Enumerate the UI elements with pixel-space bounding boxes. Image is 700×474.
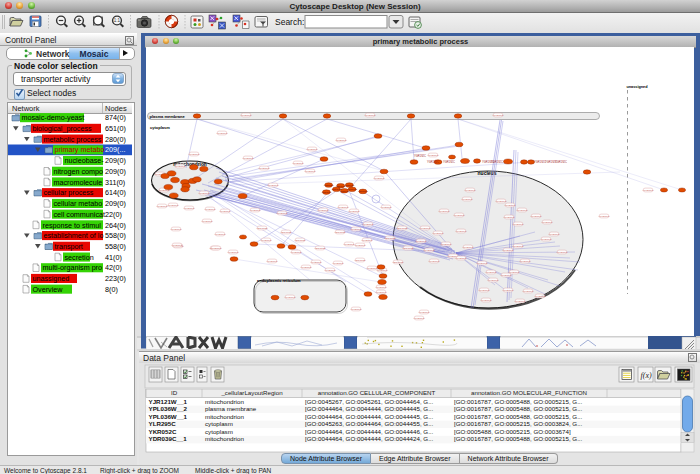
svg-text:YPL036W__1: YPL036W__1: [149, 413, 188, 420]
svg-text:cellular metabo: cellular metabo: [54, 199, 103, 208]
svg-text:YKL217W: YKL217W: [354, 244, 366, 247]
svg-text:YKL217W: YKL217W: [492, 114, 504, 117]
svg-text:YKL217W: YKL217W: [362, 223, 374, 226]
svg-text:YGR192C: YGR192C: [358, 190, 368, 192]
svg-text:YGR192C: YGR192C: [555, 160, 567, 164]
svg-text:YKL217W: YKL217W: [540, 238, 552, 241]
svg-text:Overview: Overview: [33, 285, 64, 294]
svg-text:YGR192C: YGR192C: [324, 184, 334, 186]
svg-text:YKL217W: YKL217W: [337, 206, 349, 209]
svg-text:YLR295C: YLR295C: [149, 420, 177, 427]
svg-text:YKL217W: YKL217W: [290, 251, 302, 254]
svg-text:YKL217W: YKL217W: [522, 290, 534, 293]
svg-text:YKL217W: YKL217W: [478, 289, 490, 292]
svg-text:response to stimul: response to stimul: [43, 221, 102, 230]
svg-text:YKL217W: YKL217W: [332, 262, 344, 265]
svg-text:YKL217W: YKL217W: [598, 215, 610, 218]
svg-text:YKL217W: YKL217W: [503, 216, 515, 219]
svg-text:YKL217W: YKL217W: [480, 299, 492, 302]
svg-text:558(0): 558(0): [105, 242, 126, 251]
svg-text:YKL217W: YKL217W: [514, 300, 526, 303]
svg-text:plasma membrane: plasma membrane: [150, 114, 186, 119]
svg-text:614(0): 614(0): [105, 188, 126, 197]
svg-text:[GO:0044464, GO:0044444, GO:00: [GO:0044464, GO:0044444, GO:0044424, G..…: [305, 435, 434, 442]
svg-text:YDR178C: YDR178C: [294, 239, 305, 242]
svg-text:YKL217W: YKL217W: [317, 209, 329, 212]
svg-text:YKL217W: YKL217W: [249, 209, 261, 212]
svg-text:endoplasmic reticulum: endoplasmic reticulum: [257, 278, 301, 283]
svg-text:YKL217W: YKL217W: [284, 296, 296, 299]
svg-text:YKL217W: YKL217W: [375, 286, 387, 289]
svg-text:YKL217W: YKL217W: [432, 232, 444, 235]
svg-text:YKL217W: YKL217W: [423, 249, 435, 252]
svg-text:YKL217W: YKL217W: [380, 206, 392, 209]
svg-text:YPL036W__2: YPL036W__2: [149, 405, 188, 412]
svg-text:YKL217W: YKL217W: [461, 198, 473, 201]
svg-text:YKL217W: YKL217W: [375, 291, 387, 294]
svg-text:nitrogen compo: nitrogen compo: [54, 167, 104, 176]
svg-text:[GO:0045263, GO:0044464, GO:00: [GO:0045263, GO:0044464, GO:0044455, G..…: [305, 420, 434, 427]
svg-text:YKL217W: YKL217W: [548, 233, 560, 236]
svg-text:YKL217W: YKL217W: [227, 251, 239, 254]
svg-text:YKL217W: YKL217W: [530, 215, 542, 218]
svg-text:[GO:0016787, GO:0005488, GO:00: [GO:0016787, GO:0005488, GO:0005215, G..…: [454, 405, 583, 412]
svg-text:YKL217W: YKL217W: [350, 228, 362, 231]
svg-text:YKL217W: YKL217W: [198, 192, 210, 195]
svg-text:YKL217W: YKL217W: [500, 274, 512, 277]
svg-text:YKL217W: YKL217W: [418, 311, 430, 314]
svg-text:YKL217W: YKL217W: [267, 184, 279, 187]
svg-text:mitochondrion: mitochondrion: [205, 413, 244, 420]
svg-text:secretion: secretion: [65, 253, 94, 262]
svg-text:YKL217W: YKL217W: [438, 210, 450, 213]
svg-text:YKL217W: YKL217W: [348, 210, 360, 213]
svg-text:cytoplasm: cytoplasm: [205, 420, 233, 427]
svg-text:[GO:0016787, GO:0005488, GO:00: [GO:0016787, GO:0005488, GO:0005215, G..…: [454, 435, 583, 442]
svg-text:YKL217W: YKL217W: [541, 221, 553, 224]
svg-text:YKL217W: YKL217W: [306, 148, 318, 151]
svg-text:ID: ID: [171, 389, 178, 396]
svg-text:YGR192C: YGR192C: [344, 184, 354, 186]
svg-text:biological_process: biological_process: [33, 124, 93, 133]
svg-text:YKL217W: YKL217W: [216, 132, 228, 135]
svg-text:[GO:0045267, GO:0045261, GO:00: [GO:0045267, GO:0045261, GO:0044464, G..…: [305, 398, 434, 405]
svg-text:annotation.GO MOLECULAR_FUNCTI: annotation.GO MOLECULAR_FUNCTION: [471, 389, 587, 396]
svg-text:YGR192C: YGR192C: [321, 191, 331, 193]
svg-text:YKL217W: YKL217W: [171, 244, 183, 247]
svg-text:annotation.GO CELLULAR_COMPONE: annotation.GO CELLULAR_COMPONENT: [318, 389, 436, 396]
svg-text:[GO:0005488, GO:0005215, GO:00: [GO:0005488, GO:0005215, GO:0003674]: [454, 428, 571, 435]
svg-text:cytoplasm: cytoplasm: [205, 428, 233, 435]
svg-text:YDR178C: YDR178C: [256, 227, 267, 230]
svg-text:22(0): 22(0): [105, 210, 122, 219]
svg-text:YKL217W: YKL217W: [156, 205, 168, 208]
svg-text:41(0): 41(0): [105, 253, 122, 262]
svg-text:[GO:0016787, GO:0005488, GO:00: [GO:0016787, GO:0005488, GO:0005215, G..…: [454, 413, 583, 420]
svg-text:YDR178C: YDR178C: [334, 231, 345, 234]
svg-text:YDR039C__1: YDR039C__1: [149, 435, 188, 442]
svg-text:YDR178C: YDR178C: [384, 237, 395, 240]
svg-text:plasma membrane: plasma membrane: [205, 405, 257, 412]
svg-text:558(0): 558(0): [105, 231, 126, 240]
svg-text:YKL217W: YKL217W: [512, 245, 524, 248]
svg-text:YKL217W: YKL217W: [210, 247, 222, 250]
svg-text:YJR121W__1: YJR121W__1: [149, 398, 188, 405]
svg-text:[GO:0044464, GO:0044444, GO:00: [GO:0044464, GO:0044444, GO:0044446, G..…: [305, 428, 434, 435]
svg-text:YKL217W: YKL217W: [415, 240, 427, 243]
svg-text:cellular process: cellular process: [44, 188, 94, 197]
svg-text:YKL217W: YKL217W: [427, 154, 439, 157]
svg-text:YKL217W: YKL217W: [504, 204, 516, 207]
svg-text:651(0): 651(0): [105, 124, 126, 133]
svg-text:unassigned: unassigned: [33, 274, 70, 283]
svg-text:YDR178C: YDR178C: [402, 247, 413, 250]
svg-text:YGR192C: YGR192C: [414, 154, 426, 158]
svg-text:280(0): 280(0): [105, 135, 126, 144]
svg-text:YKL217W: YKL217W: [324, 269, 336, 272]
svg-text:YKL217W: YKL217W: [214, 233, 226, 236]
svg-text:YKL217W: YKL217W: [300, 266, 312, 269]
svg-text:YKL217W: YKL217W: [419, 227, 431, 230]
svg-text:YKL217W: YKL217W: [502, 249, 514, 252]
svg-text:YKL217W: YKL217W: [276, 212, 288, 215]
svg-text:YKL217W: YKL217W: [556, 251, 568, 254]
svg-text:209(0): 209(0): [105, 167, 126, 176]
svg-text:YKL217W: YKL217W: [455, 257, 467, 260]
svg-text:mosaic-demo-yeast: mosaic-demo-yeast: [22, 113, 85, 122]
